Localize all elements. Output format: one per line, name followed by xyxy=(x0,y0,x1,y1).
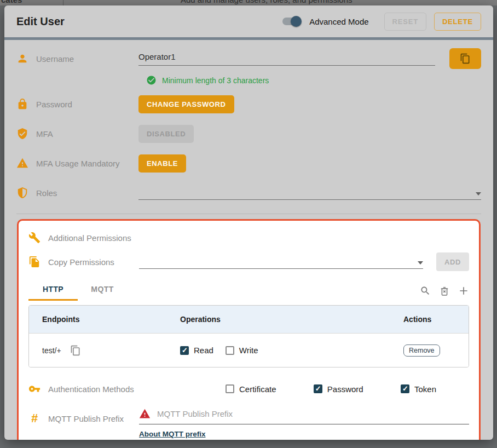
warning-icon xyxy=(16,157,28,169)
change-password-button[interactable]: CHANGE PASSWORD xyxy=(138,95,234,113)
shield-icon xyxy=(16,187,28,199)
mfa-mandatory-row: MFA Usage Mandatory ENABLE xyxy=(16,152,481,174)
write-label: Write xyxy=(239,346,258,355)
copy-permissions-select[interactable] xyxy=(139,255,423,269)
write-checkbox-group[interactable]: Write xyxy=(226,346,258,355)
remove-endpoint-button[interactable]: Remove xyxy=(403,344,440,357)
token-checkbox-group[interactable]: Token xyxy=(401,384,436,394)
copy-permissions-row: Copy Permissions ADD xyxy=(28,251,469,272)
add-row-icon[interactable] xyxy=(458,285,469,296)
toggle-thumb xyxy=(291,16,302,27)
copy-icon xyxy=(460,53,471,64)
additional-permissions-label: Additional Permissions xyxy=(48,233,131,243)
username-hint-text: Minimum length of 3 characters xyxy=(162,76,269,85)
hash-icon: # xyxy=(28,412,41,424)
auth-methods-row: Authentication Methods Certificate Passw… xyxy=(28,378,469,399)
search-icon[interactable] xyxy=(420,285,431,296)
table-row: test/+ Read Write xyxy=(29,333,469,367)
copy-username-button[interactable] xyxy=(449,48,481,69)
write-checkbox[interactable] xyxy=(226,346,234,355)
mfa-row: MFA DISABLED xyxy=(16,123,481,145)
add-permission-button[interactable]: ADD xyxy=(436,252,469,271)
column-operations: Operations xyxy=(180,315,403,324)
username-value: Operator1 xyxy=(138,52,176,61)
person-icon xyxy=(16,53,28,65)
roles-label: Roles xyxy=(36,188,57,198)
additional-permissions-section: Additional Permissions Copy Permissions xyxy=(17,219,481,440)
mqtt-prefix-row: # MQTT Publish Prefix About MQTT prefix xyxy=(28,408,469,438)
backdrop-page-subtitle: Add and manage users, roles, and permiss… xyxy=(181,0,352,4)
delete-all-icon[interactable] xyxy=(439,285,450,296)
copy-permissions-label: Copy Permissions xyxy=(48,257,114,267)
column-actions: Actions xyxy=(403,315,469,324)
shield-check-icon xyxy=(16,128,28,140)
certificate-checkbox-group[interactable]: Certificate xyxy=(226,384,276,394)
advanced-mode-label: Advanced Mode xyxy=(309,17,368,26)
read-label: Read xyxy=(194,346,213,355)
error-warning-icon xyxy=(139,408,151,420)
copy-endpoint-icon[interactable] xyxy=(70,345,81,356)
tab-mqtt[interactable]: MQTT xyxy=(78,280,127,301)
edit-user-dialog: Edit User Advanced Mode RESET DELETE Use… xyxy=(4,5,493,440)
endpoints-table: Endpoints Operations Actions test/+ xyxy=(28,305,469,367)
column-endpoints: Endpoints xyxy=(42,315,180,324)
auth-methods-label: Authentication Methods xyxy=(48,384,134,394)
username-input[interactable]: Operator1 xyxy=(138,51,435,66)
mqtt-prefix-input[interactable] xyxy=(157,409,469,418)
password-checkbox-group[interactable]: Password xyxy=(314,384,363,394)
password-option-label: Password xyxy=(327,384,363,394)
certificate-label: Certificate xyxy=(239,384,276,394)
permissions-tabs: HTTP MQTT xyxy=(28,280,469,301)
tab-http[interactable]: HTTP xyxy=(28,280,78,301)
read-checkbox-group[interactable]: Read xyxy=(180,346,213,355)
endpoint-value: test/+ xyxy=(42,346,61,355)
token-checkbox[interactable] xyxy=(401,384,409,393)
section-divider xyxy=(16,214,481,214)
username-label: Username xyxy=(36,54,74,64)
key-icon xyxy=(28,383,41,395)
mfa-disabled-button[interactable]: DISABLED xyxy=(138,125,194,143)
check-circle-icon xyxy=(146,75,157,85)
backdrop-page: cates Add and manage users, roles, and p… xyxy=(0,0,497,5)
certificate-checkbox[interactable] xyxy=(226,384,234,393)
dialog-body: Username Operator1 Minimum length of 3 c… xyxy=(4,40,493,440)
mfa-mandatory-label: MFA Usage Mandatory xyxy=(36,159,120,168)
chevron-down-icon xyxy=(476,192,481,196)
advanced-mode-toggle[interactable] xyxy=(281,16,302,27)
read-checkbox[interactable] xyxy=(180,346,189,355)
wrench-icon xyxy=(28,232,41,244)
reset-button[interactable]: RESET xyxy=(384,13,426,31)
mfa-label: MFA xyxy=(36,129,53,139)
about-mqtt-prefix-link[interactable]: About MQTT prefix xyxy=(139,430,206,438)
dialog-title: Edit User xyxy=(16,15,65,28)
password-label: Password xyxy=(36,100,72,109)
chevron-down-icon xyxy=(418,261,423,265)
roles-select[interactable] xyxy=(138,186,481,200)
lock-icon xyxy=(16,98,28,110)
backdrop-sidebar-edge xyxy=(63,0,63,5)
username-hint: Minimum length of 3 characters xyxy=(146,75,481,85)
roles-row: Roles xyxy=(16,182,481,204)
mqtt-prefix-label: MQTT Publish Prefix xyxy=(48,414,124,423)
password-checkbox[interactable] xyxy=(314,384,322,393)
mqtt-prefix-field[interactable] xyxy=(139,408,469,424)
dialog-header: Edit User Advanced Mode RESET DELETE xyxy=(4,5,493,37)
table-header-row: Endpoints Operations Actions xyxy=(29,306,469,333)
additional-permissions-header: Additional Permissions xyxy=(28,227,469,248)
delete-button[interactable]: DELETE xyxy=(434,13,481,31)
backdrop-sidebar-fragment: cates xyxy=(1,0,22,4)
username-row: Username Operator1 xyxy=(16,48,481,70)
password-row: Password CHANGE PASSWORD xyxy=(16,93,481,115)
file-copy-icon xyxy=(28,256,41,268)
mfa-enable-button[interactable]: ENABLE xyxy=(138,154,186,173)
token-label: Token xyxy=(414,384,436,394)
